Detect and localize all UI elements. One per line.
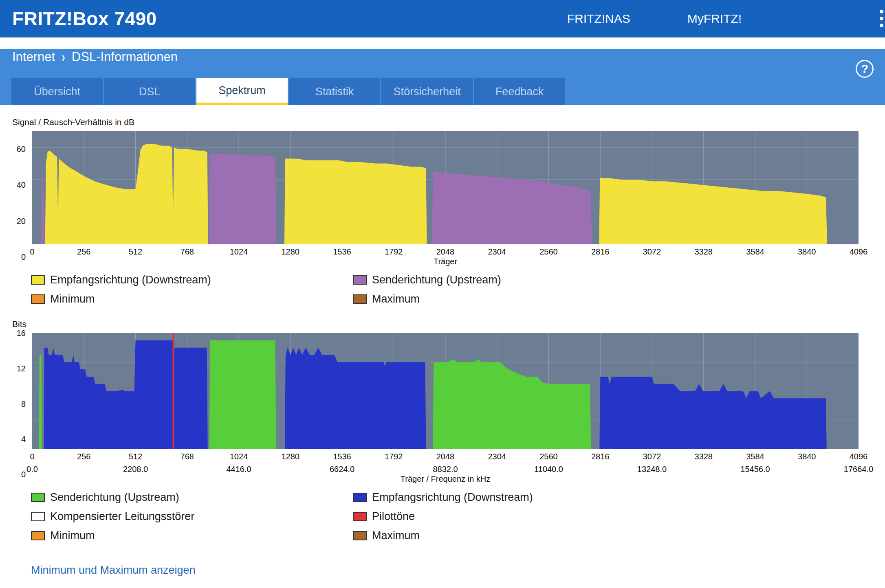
x-tick-label: 1280 xyxy=(282,452,300,461)
x-tick-label: 3072 xyxy=(643,452,661,461)
downstream-series-area xyxy=(599,178,827,244)
color-swatch xyxy=(31,512,45,521)
downstream-series-area xyxy=(599,377,827,449)
nav-myfritz-link[interactable]: MyFRITZ! xyxy=(687,12,742,26)
legend-item: Pilottöne xyxy=(353,510,874,523)
y-tick-label: 0 xyxy=(21,470,26,479)
legend-item: Senderichtung (Upstream) xyxy=(31,491,353,504)
x-tick-label: 1024 xyxy=(230,452,248,461)
x-tick-label: 512 xyxy=(129,247,142,257)
y-tick-label: 60 xyxy=(17,145,26,154)
legend-label: Minimum xyxy=(50,293,95,305)
upstream-series-area xyxy=(39,355,42,449)
snr-legend: Empfangsrichtung (Downstream)Senderichtu… xyxy=(31,274,874,305)
chevron-right-icon: › xyxy=(62,49,65,65)
freq-tick-label: 2208.0 xyxy=(123,465,148,474)
x-tick-label: 2816 xyxy=(591,452,610,461)
legend-label: Maximum xyxy=(372,293,420,305)
freq-tick-label: 11040.0 xyxy=(534,465,563,474)
color-swatch xyxy=(31,294,45,304)
freq-tick-label: 0.0 xyxy=(26,465,38,474)
tab-feedback[interactable]: Feedback xyxy=(474,78,565,105)
breadcrumb-section[interactable]: Internet xyxy=(12,50,55,64)
help-icon[interactable]: ? xyxy=(856,60,874,78)
legend-label: Empfangsrichtung (Downstream) xyxy=(372,491,533,504)
y-tick-label: 16 xyxy=(17,329,26,338)
x-tick-label: 1536 xyxy=(333,247,351,257)
color-swatch xyxy=(353,512,367,521)
x-tick-label: 256 xyxy=(77,247,90,257)
legend-item: Maximum xyxy=(353,529,874,542)
topbar: FRITZ!Box 7490 FRITZ!NAS MyFRITZ! xyxy=(0,0,885,37)
color-swatch xyxy=(31,531,45,540)
x-tick-label: 3840 xyxy=(798,452,816,461)
top-nav: FRITZ!NAS MyFRITZ! xyxy=(567,0,742,37)
legend-label: Senderichtung (Upstream) xyxy=(372,274,501,286)
freq-tick-label: 6624.0 xyxy=(330,465,354,474)
snr-y-axis-labels: 0204060 xyxy=(8,131,29,257)
snr-plot xyxy=(32,131,859,244)
bits-plot xyxy=(32,333,859,449)
snr-plot-area: 0204060 02565127681024128015361792204823… xyxy=(32,131,859,257)
legend-item: Minimum xyxy=(31,529,353,542)
x-tick-label: 3328 xyxy=(695,452,713,461)
bits-chart-section: Bits 0481216 025651276810241280153617922… xyxy=(11,319,874,542)
x-tick-label: 2560 xyxy=(539,247,558,257)
snr-chart-section: Signal / Rausch-Verhältnis in dB 0204060… xyxy=(11,117,874,305)
x-tick-label: 2304 xyxy=(488,452,506,461)
tab-uebersicht[interactable]: Übersicht xyxy=(11,78,103,105)
x-tick-label: 2304 xyxy=(488,247,506,257)
x-tick-label: 2048 xyxy=(436,452,455,461)
x-tick-label: 3584 xyxy=(746,247,764,257)
x-tick-label: 768 xyxy=(181,452,194,461)
x-tick-label: 0 xyxy=(30,247,34,257)
bits-plot-area: 0481216 02565127681024128015361792204823… xyxy=(32,333,859,474)
breadcrumb-page: DSL-Informationen xyxy=(72,50,178,64)
breadcrumb: Internet › DSL-Informationen xyxy=(12,49,885,65)
tab-statistik[interactable]: Statistik xyxy=(289,78,380,105)
pilot-series-area xyxy=(173,333,174,449)
freq-tick-label: 15456.0 xyxy=(740,465,770,474)
x-tick-label: 2048 xyxy=(436,247,455,257)
y-tick-label: 4 xyxy=(21,434,26,444)
bits-chart-title: Bits xyxy=(12,319,874,329)
nav-fritznas-link[interactable]: FRITZ!NAS xyxy=(567,12,630,26)
x-tick-label: 768 xyxy=(181,247,194,257)
legend-item: Senderichtung (Upstream) xyxy=(353,274,874,286)
x-tick-label: 512 xyxy=(129,452,142,461)
color-swatch xyxy=(353,275,367,285)
legend-item: Maximum xyxy=(353,293,874,305)
bits-y-axis-labels: 0481216 xyxy=(8,333,29,474)
upstream-series-area xyxy=(432,171,592,244)
freq-tick-label: 17664.0 xyxy=(844,465,873,474)
x-tick-label: 4096 xyxy=(850,247,868,257)
menu-dots-icon[interactable] xyxy=(880,10,883,27)
app-title: FRITZ!Box 7490 xyxy=(12,8,157,30)
x-tick-label: 1792 xyxy=(385,452,403,461)
tab-dsl[interactable]: DSL xyxy=(104,78,195,105)
bits-x-axis-labels: 0256512768102412801536179220482304256028… xyxy=(32,449,859,474)
upstream-series-area xyxy=(433,359,591,449)
color-swatch xyxy=(353,294,367,304)
freq-tick-label: 8832.0 xyxy=(433,465,458,474)
legend-item: Minimum xyxy=(31,293,353,305)
tab-stoersicherheit[interactable]: Störsicherheit xyxy=(381,78,473,105)
show-min-max-link[interactable]: Minimum und Maximum anzeigen xyxy=(31,564,196,577)
x-tick-label: 3840 xyxy=(798,247,816,257)
freq-tick-label: 4416.0 xyxy=(226,465,251,474)
upstream-series-area xyxy=(209,340,276,449)
legend-label: Minimum xyxy=(50,529,95,542)
subbar: Internet › DSL-Informationen ? Übersicht… xyxy=(0,49,885,105)
legend-label: Empfangsrichtung (Downstream) xyxy=(50,274,211,286)
legend-label: Pilottöne xyxy=(372,510,415,523)
x-tick-label: 1792 xyxy=(385,247,403,257)
y-tick-label: 8 xyxy=(21,399,26,408)
tab-spektrum[interactable]: Spektrum xyxy=(196,78,288,105)
y-tick-label: 12 xyxy=(17,364,26,373)
bits-legend: Senderichtung (Upstream)Empfangsrichtung… xyxy=(31,491,874,542)
legend-label: Maximum xyxy=(372,529,420,542)
legend-item: Empfangsrichtung (Downstream) xyxy=(31,274,353,286)
downstream-series-area xyxy=(285,348,426,449)
upstream-series-area xyxy=(209,154,276,244)
bits-x-axis-title: Träger / Frequenz in kHz xyxy=(32,474,859,484)
